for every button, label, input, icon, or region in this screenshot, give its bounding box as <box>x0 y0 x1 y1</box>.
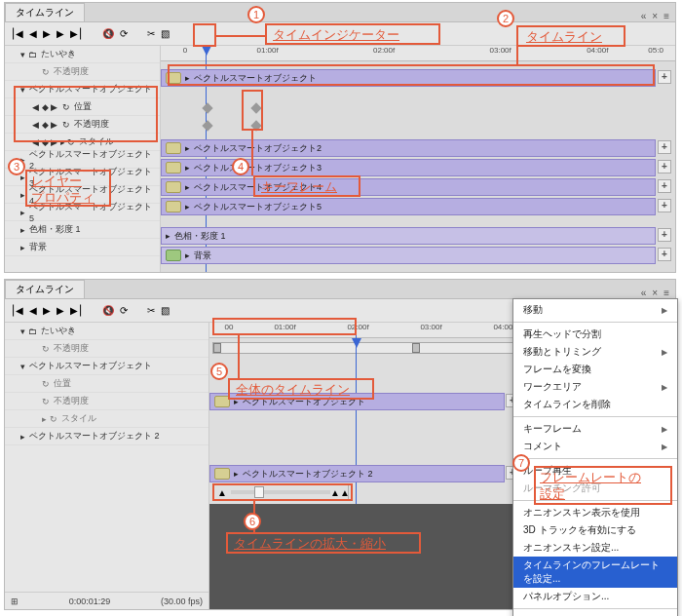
annotation-badge-5: 5 <box>210 363 228 380</box>
menu-item[interactable]: フレームを変換 <box>513 361 677 378</box>
annotation-kf-box <box>242 90 263 131</box>
menu-item[interactable]: キーフレーム▶ <box>513 420 677 438</box>
layer-opacity[interactable]: ↻不透明度 <box>5 340 208 358</box>
menu-item[interactable]: オニオンスキン表示を使用 <box>513 504 677 521</box>
play-icon[interactable]: ▶ <box>43 28 51 39</box>
annotation-badge-1: 1 <box>247 6 265 23</box>
add-clip-button[interactable]: + <box>658 248 671 261</box>
next-frame-icon[interactable]: ▶︎ <box>57 28 64 39</box>
annotation-label-4: キーフレーム <box>261 178 337 196</box>
keyframe-dot[interactable] <box>202 102 212 113</box>
menu-item[interactable]: 移動とトリミング▶ <box>513 343 677 361</box>
prev-frame-icon[interactable]: ◀︎ <box>29 28 37 39</box>
layer-bg[interactable]: ▸背景 <box>5 239 160 256</box>
annotation-arrow-2 <box>516 47 518 64</box>
annotation-props-box <box>14 86 158 142</box>
annotation-badge-2: 2 <box>497 10 514 27</box>
transition-icon[interactable]: ▧ <box>161 28 170 39</box>
frames-icon[interactable]: ⊞ <box>11 597 19 606</box>
goto-end-icon[interactable]: ▶⎮ <box>70 28 83 39</box>
annotation-arrow-1 <box>216 35 265 37</box>
goto-end-icon[interactable]: ▶⎮ <box>70 305 83 316</box>
layer-vso2[interactable]: ▸ベクトルスマートオブジェクト 2 <box>5 428 208 445</box>
play-icon[interactable]: ▶ <box>43 305 51 316</box>
prop-opacity[interactable]: ↻不透明度 <box>5 393 208 410</box>
annotation-label-5: 全体のタイムライン <box>236 381 350 399</box>
loop-icon[interactable]: ⟳ <box>120 28 128 39</box>
close-icon[interactable]: × <box>652 288 658 298</box>
mute-icon[interactable]: 🔇 <box>102 28 114 39</box>
scissors-icon[interactable]: ✂ <box>147 28 155 39</box>
menu-item[interactable]: パネルオプション... <box>513 588 677 605</box>
add-clip-button[interactable]: + <box>658 160 671 173</box>
track-vso2[interactable]: ▸ベクトルスマートオブジェクト2 <box>161 139 656 157</box>
layer-root[interactable]: ▾ 🗀たいやき <box>5 46 160 63</box>
chevrons-icon[interactable]: « <box>641 288 647 298</box>
add-clip-button[interactable]: + <box>658 199 671 212</box>
keyframe-dot[interactable] <box>202 120 212 131</box>
track-hue[interactable]: ▸色相・彩度 1 <box>161 227 656 245</box>
close-icon[interactable]: × <box>652 11 658 21</box>
work-area-end[interactable] <box>412 343 420 353</box>
add-clip-button[interactable]: + <box>658 70 671 84</box>
add-clip-button[interactable]: + <box>658 179 671 193</box>
layer-root[interactable]: ▾ 🗀たいやき <box>5 323 208 340</box>
annotation-zoom-box <box>212 483 353 501</box>
menu-item[interactable]: ワークエリア▶ <box>513 378 677 396</box>
menu-item[interactable]: タイムラインのフレームレートを設定... <box>513 557 677 588</box>
menu-item[interactable]: 移動▶ <box>513 301 677 319</box>
work-area-start[interactable] <box>213 343 221 353</box>
prop-style[interactable]: ▸ ↻スタイル <box>5 410 208 428</box>
goto-start-icon[interactable]: ⎮◀ <box>11 305 23 316</box>
tab-row: タイムライン « × ≡ <box>5 3 675 22</box>
annotation-label-6: タイムラインの拡大・縮小 <box>234 535 386 553</box>
layer-opacity[interactable]: ↻不透明度 <box>5 63 160 81</box>
menu-icon[interactable]: ≡ <box>663 288 669 298</box>
loop-icon[interactable]: ⟳ <box>120 305 128 316</box>
track-vso2[interactable]: ▸ベクトルスマートオブジェクト 2 <box>209 465 505 482</box>
annotation-cti-box <box>193 23 216 47</box>
menu-icon[interactable]: ≡ <box>663 11 669 21</box>
annotation-label-2: タイムライン <box>526 28 602 46</box>
menu-item[interactable]: タイムラインを削除 <box>513 396 677 413</box>
transition-icon[interactable]: ▧ <box>161 305 170 316</box>
menu-item[interactable]: 再生ヘッドで分割 <box>513 326 677 343</box>
menu-item[interactable]: ビデオをレンダリング... <box>513 612 677 616</box>
annotation-workarea-box <box>212 318 357 335</box>
status-row: ⊞ 0:00:01:29 (30.00 fps) <box>5 592 208 609</box>
add-clip-button[interactable]: + <box>658 228 671 242</box>
annotation-badge-7: 7 <box>512 454 530 472</box>
layer-vso1[interactable]: ▾ベクトルスマートオブジェクト <box>5 358 208 375</box>
annotation-label-3b: プロパティ <box>31 189 95 207</box>
annotation-label-1: タイムインジケーター <box>273 26 399 44</box>
track-bg[interactable]: ▸背景 <box>161 247 656 264</box>
track-vso5[interactable]: ▸ベクトルスマートオブジェクト5 <box>161 198 656 215</box>
menu-item[interactable]: 3D トラックを有効にする <box>513 521 677 539</box>
annotation-label-7a: フレームレートの <box>540 469 641 486</box>
tab-timeline[interactable]: タイムライン <box>5 280 85 298</box>
annotation-badge-3: 3 <box>8 158 25 175</box>
add-clip-button[interactable]: + <box>658 140 671 154</box>
layer-hue[interactable]: ▸色相・彩度 1 <box>5 221 160 239</box>
annotation-badge-6: 6 <box>244 513 261 530</box>
goto-start-icon[interactable]: ⎮◀ <box>11 28 23 39</box>
tab-timeline[interactable]: タイムライン <box>5 3 85 21</box>
layer-list-top: ▾ 🗀たいやき ↻不透明度 ▾ベクトルスマートオブジェクト ◀ ◆ ▶ ↻位置 … <box>5 46 161 272</box>
mute-icon[interactable]: 🔇 <box>102 305 114 316</box>
menu-item[interactable]: コメント▶ <box>513 438 677 455</box>
timeline-context-menu: 移動▶再生ヘッドで分割移動とトリミング▶フレームを変換ワークエリア▶タイムライン… <box>512 298 678 616</box>
annotation-label-3a: レイヤー <box>31 173 82 190</box>
tab-row: タイムライン « × ≡ <box>5 280 675 299</box>
prev-frame-icon[interactable]: ◀︎ <box>29 305 37 316</box>
track-vso4[interactable]: ▸ベクトルスマートオブジェクト4 <box>161 178 656 196</box>
annotation-label-7b: 設定 <box>540 485 565 503</box>
layer-list-bottom: ▾ 🗀たいやき ↻不透明度 ▾ベクトルスマートオブジェクト ↻位置 ↻不透明度 … <box>5 323 209 609</box>
scissors-icon[interactable]: ✂ <box>147 305 155 316</box>
prop-position[interactable]: ↻位置 <box>5 375 208 393</box>
chevrons-icon[interactable]: « <box>641 11 647 21</box>
menu-item[interactable]: オニオンスキン設定... <box>513 539 677 557</box>
time-ruler[interactable]: 0 01:00f 02:00f 03:00f 04:00f 05:0 <box>161 46 675 61</box>
next-frame-icon[interactable]: ▶︎ <box>57 305 64 316</box>
fps-display: (30.00 fps) <box>161 597 203 606</box>
annotation-timeline-box <box>168 64 655 86</box>
